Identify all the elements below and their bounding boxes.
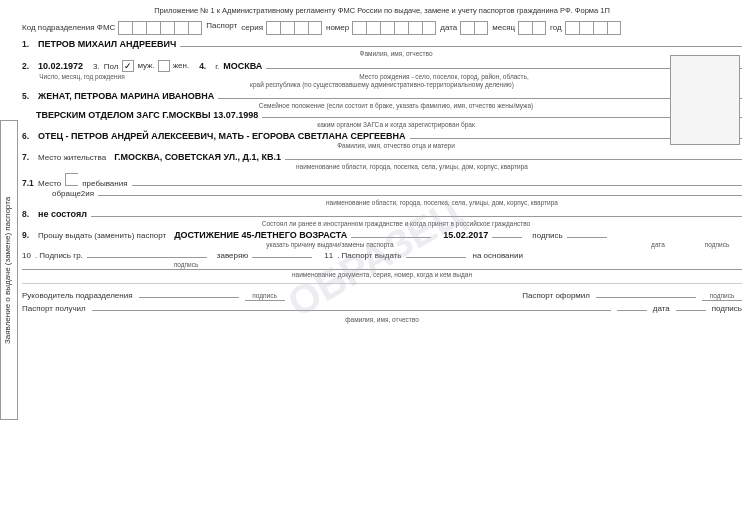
bottom-section: Руководитель подразделения подпись Паспо… xyxy=(22,290,742,323)
s9-underline xyxy=(351,237,431,238)
header-row: Код подразделения ФМС Паспорт серия xyxy=(22,21,742,35)
nomer-block: номер xyxy=(326,21,436,35)
ruk-field xyxy=(139,297,239,298)
s71-obr-label: обраще2ия xyxy=(52,189,94,198)
s11-num: 11 xyxy=(324,251,333,260)
s8-sublabel: Состоял ли ранее в иностранном гражданст… xyxy=(36,220,750,227)
s10b-underline xyxy=(22,269,742,270)
s7-num: 7. xyxy=(22,152,34,162)
s3-zhen-label: жен. xyxy=(173,61,189,70)
s9-podpis-label: подпись xyxy=(532,231,562,240)
s4-value: МОСКВА xyxy=(223,61,262,71)
nomer-cell-1 xyxy=(352,21,366,35)
section-234: 2. 10.02.1972 3. Пол ✓ муж. жен. 4. г. М… xyxy=(22,60,742,88)
s9-podpis-label2: подпись xyxy=(692,241,742,248)
s6-value: ОТЕЦ - ПЕТРОВ АНДРЕЙ АЛЕКСЕЕВИЧ, МАТЬ - … xyxy=(38,131,406,141)
podpis2-caption: подпись xyxy=(710,292,735,299)
section-9-row: 9. Прошу выдать (заменить) паспорт ДОСТИ… xyxy=(22,230,742,240)
seria-cell-2 xyxy=(280,21,294,35)
year-cells xyxy=(565,21,621,35)
section-71-row: 7.1 Место пребывания xyxy=(22,173,742,188)
year-cell-4 xyxy=(607,21,621,35)
s71-cell xyxy=(65,173,78,186)
s9-num: 9. xyxy=(22,230,34,240)
s3-checkbox-group: ✓ муж. жен. xyxy=(122,60,189,72)
section-1: 1. ПЕТРОВ МИХАИЛ АНДРЕЕВИЧ Фамилия, имя,… xyxy=(22,39,742,57)
podpis1-caption: подпись xyxy=(252,292,277,299)
seria-cell-1 xyxy=(266,21,280,35)
section-8-row: 8. не состоял xyxy=(22,209,742,219)
bottom-row-1: Руководитель подразделения подпись Паспо… xyxy=(22,290,742,301)
seria-label: серия xyxy=(241,23,263,32)
s8-underline xyxy=(91,216,742,217)
photo-box xyxy=(670,55,740,145)
s1-sublabel: Фамилия, имя, отчество xyxy=(36,50,750,57)
seria-block: серия xyxy=(241,21,322,35)
s1-underline xyxy=(180,46,742,47)
date-cell-1 xyxy=(460,21,474,35)
divider-1 xyxy=(22,283,742,284)
fms-cell-4 xyxy=(160,21,174,35)
s2-num: 2. xyxy=(22,61,34,71)
s5-value: ЖЕНАТ, ПЕТРОВА МАРИНА ИВАНОВНА xyxy=(38,91,214,101)
pasp-poluchil-label: Паспорт получил xyxy=(22,304,86,313)
s5b-value: ТВЕРСКИМ ОТДЕЛОМ ЗАГС Г.МОСКВЫ 13.07.199… xyxy=(36,110,258,120)
s3-muzh-label: муж. xyxy=(137,61,154,70)
podpis1-label: подпись xyxy=(245,290,285,301)
seria-cell-4 xyxy=(308,21,322,35)
section-7-row: 7. Место жительства Г.МОСКВА, СОВЕТСКАЯ … xyxy=(22,152,742,162)
s1-num: 1. xyxy=(22,39,34,49)
podpis-field xyxy=(676,310,706,311)
s10-podpis-sublabel: подпись xyxy=(156,261,216,268)
fms-cell-3 xyxy=(146,21,160,35)
s2-sublabel: Число, месяц, год рождения xyxy=(22,73,142,80)
s234-sublabel-row: Число, месяц, год рождения Место рождени… xyxy=(22,73,742,80)
section-5: 5. ЖЕНАТ, ПЕТРОВА МАРИНА ИВАНОВНА Семейн… xyxy=(22,91,742,128)
date-label: дата xyxy=(440,23,457,32)
s9-sublabel-row: указать причину выдачи/замены паспорта д… xyxy=(22,241,742,248)
s71-sublabel: наименование области, города, поселка, с… xyxy=(82,199,750,206)
fms-cell-2 xyxy=(132,21,146,35)
podpis3-label: подпись xyxy=(712,304,742,313)
s10-sig-field xyxy=(87,257,207,258)
s7-underline xyxy=(285,159,742,160)
s10-zav-field xyxy=(252,257,312,258)
nomer-cell-6 xyxy=(422,21,436,35)
fms-block: Код подразделения ФМС xyxy=(22,21,202,35)
s3-label: Пол xyxy=(104,62,119,71)
month-label: месяц xyxy=(492,23,515,32)
section-9: 9. Прошу выдать (заменить) паспорт ДОСТИ… xyxy=(22,230,742,248)
fms-label: Код подразделения ФМС xyxy=(22,23,115,32)
s9-date-underline xyxy=(492,237,522,238)
seria-cell-3 xyxy=(294,21,308,35)
s4-g-label: г. xyxy=(215,62,219,71)
s10-zav-label: заверяю xyxy=(217,251,248,260)
section-5b-row: ТВЕРСКИМ ОТДЕЛОМ ЗАГС Г.МОСКВЫ 13.07.199… xyxy=(22,110,742,120)
fms-cell-1 xyxy=(118,21,132,35)
section-234-row: 2. 10.02.1972 3. Пол ✓ муж. жен. 4. г. М… xyxy=(22,60,742,72)
s4b-sublabel: край республика (по существовавшему адми… xyxy=(22,81,742,88)
s9-value: ДОСТИЖЕНИЕ 45-ЛЕТНЕГО ВОЗРАСТА xyxy=(174,230,347,240)
section-1011: 10 . Подпись гр. заверяю 11 . Паспорт вы… xyxy=(22,251,742,278)
ruk-label: Руководитель подразделения xyxy=(22,291,133,300)
s9-sublabel: указать причину выдачи/замены паспорта xyxy=(36,241,624,248)
month-cell-2 xyxy=(532,21,546,35)
s71-label-preb: Место xyxy=(38,179,61,188)
s71-label-preb2: пребывания xyxy=(82,179,127,188)
fio-sublabel: фамилия, имя, отчество xyxy=(22,316,742,323)
month-block: месяц xyxy=(492,21,546,35)
section-71: 7.1 Место пребывания обраще2ия наименова… xyxy=(22,173,742,206)
s4-sublabel-right: Место рождения - село, поселок, город, р… xyxy=(146,73,742,80)
pasp-oform-field xyxy=(596,297,696,298)
page: Заявление о выдаче (замене) паспорта При… xyxy=(0,0,750,516)
month-cell-1 xyxy=(518,21,532,35)
pasp-poluchil-field xyxy=(92,310,611,311)
s9-podpis-underline xyxy=(567,237,607,238)
fms-cell-6 xyxy=(188,21,202,35)
s5b-sublabel: каким органом ЗАГСа и когда зарегистриро… xyxy=(36,121,750,128)
passport-label: Паспорт xyxy=(206,21,237,30)
nomer-cells xyxy=(352,21,436,35)
fms-cells xyxy=(118,21,202,35)
s10-label: . Подпись гр. xyxy=(35,251,83,260)
section-7: 7. Место жительства Г.МОСКВА, СОВЕТСКАЯ … xyxy=(22,152,742,170)
